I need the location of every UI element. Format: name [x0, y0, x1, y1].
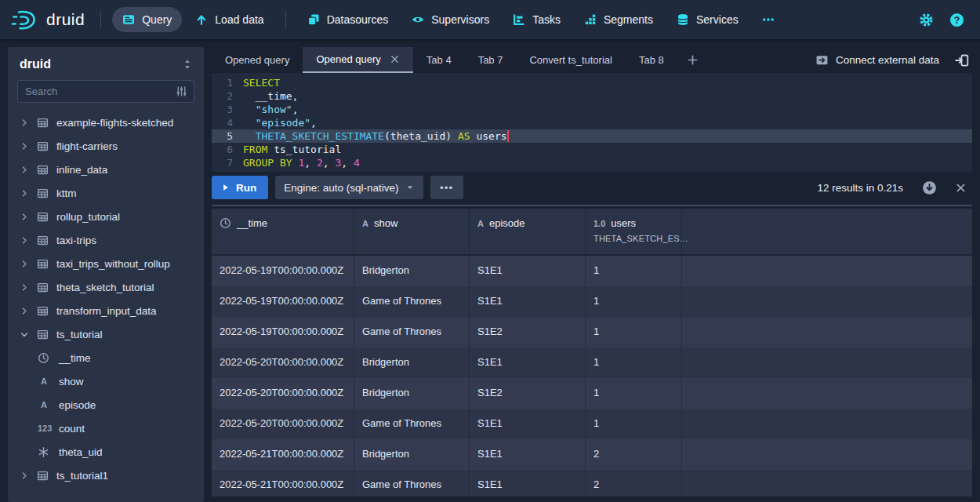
sidebar-datasource-theta-sketch-tutorial[interactable]: theta_sketch_tutorial [8, 275, 204, 299]
filter-sliders-icon[interactable] [176, 85, 187, 97]
sidebar-datasource-ts-tutorial[interactable]: ts_tutorial [8, 322, 204, 346]
cell-show[interactable]: Game of Thrones [354, 470, 470, 497]
column-header-episode[interactable]: Aepisode [470, 209, 586, 254]
cell-show[interactable]: Game of Thrones [354, 409, 470, 439]
sidebar-datasource-rollup-tutorial[interactable]: rollup_tutorial [8, 205, 204, 228]
column-header-time[interactable]: __time [212, 209, 354, 254]
nav-item-segments[interactable]: Segments [574, 7, 663, 32]
sidebar-datasource-transform-input-data[interactable]: transform_input_data [8, 299, 204, 322]
cell-users[interactable]: 2 [586, 439, 682, 470]
cell-time[interactable]: 2022-05-19T00:00:00.000Z [212, 256, 354, 286]
chevron-right-icon[interactable] [20, 471, 29, 481]
new-tab-button[interactable] [677, 47, 708, 73]
cell-show[interactable]: Game of Thrones [354, 317, 470, 347]
query-tab-convert-ts-tutorial-4[interactable]: Convert ts_tutorial [516, 47, 626, 73]
sidebar-column-episode[interactable]: Aepisode [8, 393, 204, 417]
cell-show[interactable]: Bridgerton [354, 256, 470, 286]
editor-line-7[interactable]: 7GROUP BY 1, 2, 3, 4 [212, 156, 972, 169]
side-drawer-toggle-icon[interactable] [947, 47, 972, 73]
column-header-users[interactable]: 1.0usersTHETA_SKETCH_ES… [586, 209, 682, 254]
cell-time[interactable]: 2022-05-20T00:00:00.000Z [212, 378, 354, 409]
cell-episode[interactable]: S1E1 [470, 470, 586, 497]
cell-episode[interactable]: S1E1 [470, 439, 586, 470]
cell-show[interactable]: Bridgerton [354, 439, 470, 470]
close-results-icon[interactable] [949, 182, 972, 194]
sidebar-datasource-example-flights-sketched[interactable]: example-flights-sketched [8, 111, 204, 134]
chevron-right-icon[interactable] [20, 165, 29, 175]
cell-time[interactable]: 2022-05-19T00:00:00.000Z [212, 317, 354, 347]
chevron-right-icon[interactable] [20, 235, 29, 246]
editor-line-5[interactable]: 5 THETA_SKETCH_ESTIMATE(theta_uid) AS us… [212, 129, 972, 143]
query-tab-opened-query-0[interactable]: Opened query [212, 47, 303, 73]
sidebar-datasource-kttm[interactable]: kttm [8, 181, 204, 205]
cell-episode[interactable]: S1E2 [470, 317, 586, 347]
sidebar-column-show[interactable]: Ashow [8, 369, 204, 393]
cell-time[interactable]: 2022-05-19T00:00:00.000Z [212, 286, 354, 317]
help-icon[interactable]: ? [949, 13, 964, 27]
cell-show[interactable]: Bridgerton [354, 347, 470, 378]
sidebar-datasource-flight-carriers[interactable]: flight-carriers [8, 134, 204, 158]
cell-episode[interactable]: S1E1 [470, 256, 586, 286]
run-button[interactable]: Run [212, 176, 268, 199]
nav-item-datasources[interactable]: Datasources [297, 7, 399, 32]
sidebar-column-theta-uid[interactable]: theta_uid [8, 440, 204, 464]
cell-users[interactable]: 1 [586, 347, 682, 378]
nav-item-tasks[interactable]: Tasks [503, 7, 571, 32]
nav-item-load-data[interactable]: Load data [185, 7, 274, 32]
editor-line-1[interactable]: 1SELECT [212, 76, 972, 89]
cell-time[interactable]: 2022-05-21T00:00:00.000Z [212, 439, 354, 470]
cell-time[interactable]: 2022-05-20T00:00:00.000Z [212, 347, 354, 378]
cell-episode[interactable]: S1E1 [470, 409, 586, 439]
query-tab-opened-query-1[interactable]: Opened query [303, 47, 412, 73]
nav-item-services[interactable]: Services [666, 7, 749, 32]
connect-external-data-button[interactable]: Connect external data [808, 47, 947, 73]
chevron-down-icon[interactable] [20, 329, 29, 340]
cell-episode[interactable]: S1E1 [470, 286, 586, 317]
nav-item-query[interactable]: Query [112, 7, 182, 32]
cell-users[interactable]: 1 [586, 317, 682, 347]
chevron-right-icon[interactable] [20, 259, 29, 269]
chevron-right-icon[interactable] [20, 212, 29, 222]
query-tab-tab-7-3[interactable]: Tab 7 [465, 47, 517, 73]
double-caret-sort-icon[interactable] [182, 59, 193, 70]
druid-brand[interactable]: druid [11, 8, 85, 31]
tab-close-icon[interactable] [390, 54, 400, 64]
more-options-button[interactable]: ••• [430, 176, 463, 199]
sidebar-datasource-ts-tutorial1[interactable]: ts_tutorial1 [8, 464, 204, 487]
editor-line-4[interactable]: 4 "episode", [212, 116, 972, 129]
chevron-right-icon[interactable] [20, 118, 29, 128]
cell-show[interactable]: Bridgerton [354, 378, 470, 409]
cell-episode[interactable]: S1E2 [470, 378, 586, 409]
query-tab-tab-8-5[interactable]: Tab 8 [626, 47, 677, 73]
sql-editor[interactable]: 1SELECT2 __time,3 "show",4 "episode",5 T… [212, 73, 972, 172]
chevron-right-icon[interactable] [20, 306, 29, 316]
gear-icon[interactable] [919, 13, 934, 27]
sidebar-column-time[interactable]: __time [8, 346, 204, 369]
cell-time[interactable]: 2022-05-20T00:00:00.000Z [212, 409, 354, 439]
cell-episode[interactable]: S1E1 [470, 347, 586, 378]
download-icon[interactable] [916, 180, 942, 195]
search-input[interactable] [25, 85, 176, 97]
chevron-right-icon[interactable] [20, 188, 29, 198]
chevron-right-icon[interactable] [20, 282, 29, 293]
cell-users[interactable]: 1 [586, 286, 682, 317]
editor-line-6[interactable]: 6FROM ts_tutorial [212, 143, 972, 156]
chevron-right-icon[interactable] [20, 141, 29, 151]
editor-line-2[interactable]: 2 __time, [212, 89, 972, 103]
sidebar-datasource-taxi-trips-without-rollup[interactable]: taxi_trips_without_rollup [8, 252, 204, 275]
cell-time[interactable]: 2022-05-21T00:00:00.000Z [212, 470, 354, 497]
sidebar-datasource-inline-data[interactable]: inline_data [8, 158, 204, 181]
cell-users[interactable]: 1 [586, 378, 682, 409]
cell-users[interactable]: 1 [586, 256, 682, 286]
cell-users[interactable]: 1 [586, 409, 682, 439]
engine-select-button[interactable]: Engine: auto (sql-native) [275, 176, 423, 199]
nav-item-supervisors[interactable]: Supervisors [401, 7, 499, 32]
sidebar-datasource-taxi-trips[interactable]: taxi-trips [8, 228, 204, 252]
column-header-show[interactable]: Ashow [354, 209, 470, 254]
editor-line-3[interactable]: 3 "show", [212, 103, 972, 116]
query-tab-tab-4-2[interactable]: Tab 4 [413, 47, 465, 73]
sidebar-column-count[interactable]: 123count [8, 417, 204, 440]
cell-show[interactable]: Game of Thrones [354, 286, 470, 317]
nav-item-item[interactable] [752, 7, 785, 32]
cell-users[interactable]: 2 [586, 470, 682, 497]
